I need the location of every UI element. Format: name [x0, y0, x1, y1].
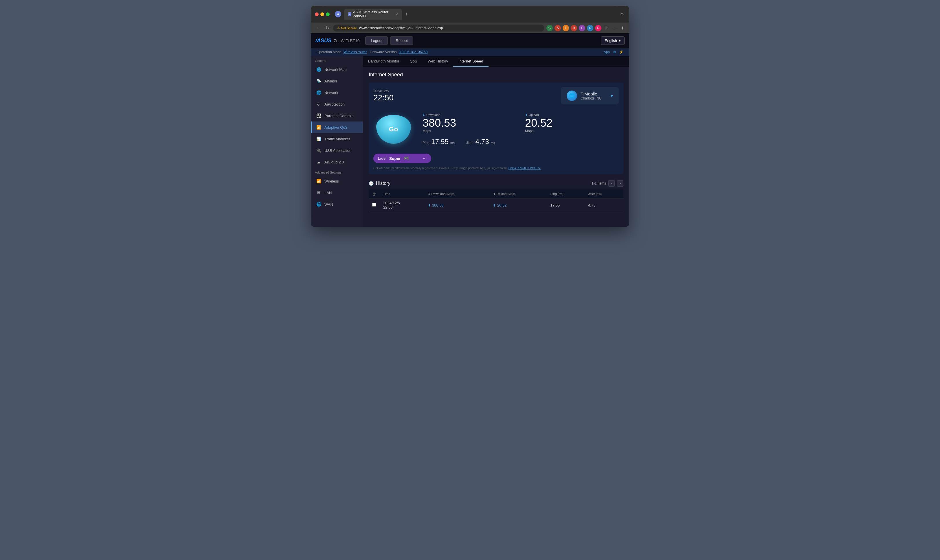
- minimize-button[interactable]: [321, 12, 324, 16]
- sidebar-label-aimesh: AiMesh: [324, 79, 337, 83]
- sidebar-label-wireless: Wireless: [324, 179, 339, 183]
- logout-button[interactable]: Logout: [365, 37, 388, 45]
- firmware-value[interactable]: 3.0.0.6.102_36758: [399, 50, 427, 54]
- parental-controls-icon: 👨‍👩‍👧: [316, 113, 322, 118]
- sidebar-general-label: General: [311, 56, 363, 64]
- op-mode-value[interactable]: Wireless router: [344, 50, 367, 54]
- sidebar-item-aiprotection[interactable]: 🛡 AiProtection: [311, 98, 363, 110]
- provider-box[interactable]: 🌐 T-Mobile Charlotte, NC ▾: [561, 87, 619, 105]
- sidebar-label-parental-controls: Parental Controls: [324, 114, 353, 118]
- ext-e-icon[interactable]: E: [579, 25, 585, 31]
- row-ping: 17.55: [547, 198, 585, 212]
- upload-unit: Mbps: [525, 129, 619, 133]
- items-count: 1-1 Items ‹ ›: [592, 180, 623, 186]
- content-area: Bandwidth Monitor QoS Web History Intern…: [363, 56, 629, 227]
- new-tab-button[interactable]: +: [403, 11, 410, 17]
- history-table: 🗑 Time ⬇ Download (Mbps) ⬆ Upload (Mbps): [369, 189, 623, 212]
- speeds-grid: ⬇ Download 380.53 Mbps ⬆: [422, 113, 619, 146]
- go-button[interactable]: Go: [376, 115, 411, 144]
- row-checkbox-cell[interactable]: [369, 198, 380, 212]
- sidebar-item-wan[interactable]: 🌐 WAN: [311, 198, 363, 210]
- network-map-icon: 🌐: [316, 66, 322, 72]
- level-value: Super: [389, 156, 401, 161]
- sidebar-item-adaptive-qos[interactable]: 📶 Adaptive QoS: [311, 122, 363, 133]
- tab-bar: A ASUS Wireless Router ZenWiFi... ✕ +: [344, 9, 616, 20]
- op-mode-label: Operation Mode: Wireless router Firmware…: [317, 50, 428, 54]
- level-bar[interactable]: Level Super 🎮 ···: [373, 154, 431, 163]
- row-download: ⬇ 380.53: [424, 198, 489, 212]
- download-arrow-icon: ⬇: [422, 113, 425, 117]
- next-page-button[interactable]: ›: [617, 180, 623, 186]
- aicloud-icon: ☁: [316, 159, 322, 165]
- address-bar[interactable]: ⚠ Not Secure www.asusrouter.com/Adaptive…: [333, 25, 544, 32]
- reboot-button[interactable]: Reboot: [390, 37, 413, 45]
- language-selector[interactable]: English ▾: [601, 37, 624, 45]
- sidebar-item-aimesh[interactable]: 📡 AiMesh: [311, 75, 363, 87]
- sidebar-label-lan: LAN: [324, 191, 332, 195]
- sidebar-item-aicloud[interactable]: ☁ AiCloud 2.0: [311, 156, 363, 168]
- row-upload: ⬆ 20.52: [489, 198, 547, 212]
- row-time: 2024/12/5 22:50: [380, 198, 424, 212]
- tab-internet-speed[interactable]: Internet Speed: [453, 56, 488, 67]
- back-button[interactable]: ←: [314, 25, 322, 32]
- row-checkbox[interactable]: [372, 203, 376, 206]
- close-button[interactable]: [315, 12, 319, 16]
- asus-brand-text: /ASUS: [316, 38, 331, 44]
- ext-r1-icon[interactable]: R: [571, 25, 577, 31]
- tab-qos[interactable]: QoS: [405, 56, 422, 67]
- sidebar-label-network: Network: [324, 91, 338, 95]
- sidebar-item-usb-application[interactable]: 🔌 USB Application: [311, 145, 363, 156]
- tab-favicon: A: [348, 12, 351, 16]
- ext-google-icon[interactable]: G: [546, 25, 553, 31]
- level-more-icon[interactable]: ···: [423, 156, 427, 161]
- table-header-time: Time: [380, 189, 424, 198]
- url-display: www.asusrouter.com/AdaptiveQoS_InternetS…: [359, 26, 443, 30]
- level-label: Level: [378, 157, 386, 160]
- tab-bandwidth-monitor[interactable]: Bandwidth Monitor: [363, 56, 405, 67]
- sidebar-label-traffic-analyzer: Traffic Analyzer: [324, 137, 350, 141]
- history-section: 🕐 History 1-1 Items ‹ ›: [369, 180, 623, 212]
- sidebar-item-wireless[interactable]: 📶 Wireless: [311, 175, 363, 187]
- sidebar-item-traffic-analyzer[interactable]: 📊 Traffic Analyzer: [311, 133, 363, 145]
- refresh-button[interactable]: ↻: [324, 24, 331, 32]
- sidebar: General 🌐 Network Map 📡 AiMesh 🌐 Network…: [311, 56, 363, 227]
- bookmarks-icon[interactable]: ☆: [603, 25, 610, 31]
- speed-header-row: 2024/12/5 22:50 🌐 T-Mobile Charlotte, NC…: [373, 87, 619, 105]
- provider-info: T-Mobile Charlotte, NC: [581, 91, 607, 100]
- browser-tab-active[interactable]: A ASUS Wireless Router ZenWiFi... ✕: [344, 9, 402, 20]
- ext-fire-icon[interactable]: F: [562, 25, 569, 31]
- content-panel: Internet Speed 2024/12/5 22:50 🌐: [363, 67, 629, 217]
- browser-titlebar: A A ASUS Wireless Router ZenWiFi... ✕ + …: [311, 6, 629, 23]
- sidebar-item-network[interactable]: 🌐 Network: [311, 87, 363, 98]
- table-header-jitter: Jitter (ms): [585, 189, 623, 198]
- prev-page-button[interactable]: ‹: [608, 180, 615, 186]
- maximize-button[interactable]: [326, 12, 330, 16]
- sidebar-item-parental-controls[interactable]: 👨‍👩‍👧 Parental Controls: [311, 110, 363, 122]
- level-game-icon: 🎮: [404, 155, 409, 161]
- op-mode-bar: Operation Mode: Wireless router Firmware…: [311, 48, 629, 56]
- ext-r2-icon[interactable]: R: [595, 25, 601, 31]
- browser-menu-icon[interactable]: ⋯: [611, 25, 618, 31]
- page-title: Internet Speed: [369, 72, 623, 78]
- upload-arrow-icon: ⬆: [525, 113, 528, 117]
- ookla-privacy-link[interactable]: Ookla PRIVACY POLICY: [509, 167, 541, 170]
- date-text: 2024/12/5: [373, 89, 394, 93]
- upload-section: ⬆ Upload 20.52 Mbps: [525, 113, 619, 133]
- download-icon[interactable]: ⬇: [619, 25, 626, 31]
- router-ui: /ASUS ZenWiFi BT10 Logout Reboot English…: [311, 33, 629, 227]
- ext-c-icon[interactable]: C: [587, 25, 593, 31]
- extensions-icon[interactable]: ⚙: [619, 11, 625, 17]
- table-header-checkbox: 🗑: [369, 189, 380, 198]
- tab-web-history[interactable]: Web History: [422, 56, 453, 67]
- usb-icon: ⚡: [619, 50, 623, 54]
- tab-close-icon[interactable]: ✕: [395, 12, 398, 16]
- history-title-row: 🕐 History 1-1 Items ‹ ›: [369, 180, 623, 186]
- sidebar-item-network-map[interactable]: 🌐 Network Map: [311, 64, 363, 75]
- ping-section: Ping 17.55 ms: [422, 138, 455, 146]
- ext-adblock-icon[interactable]: A: [555, 25, 561, 31]
- delete-all-icon[interactable]: 🗑: [372, 191, 376, 196]
- go-button-container: Go: [373, 109, 414, 149]
- network-icon: 🌐: [316, 90, 322, 95]
- sidebar-item-lan[interactable]: 🖥 LAN: [311, 187, 363, 198]
- ping-jitter-row: Ping 17.55 ms Jitter 4.73 ms: [422, 138, 619, 146]
